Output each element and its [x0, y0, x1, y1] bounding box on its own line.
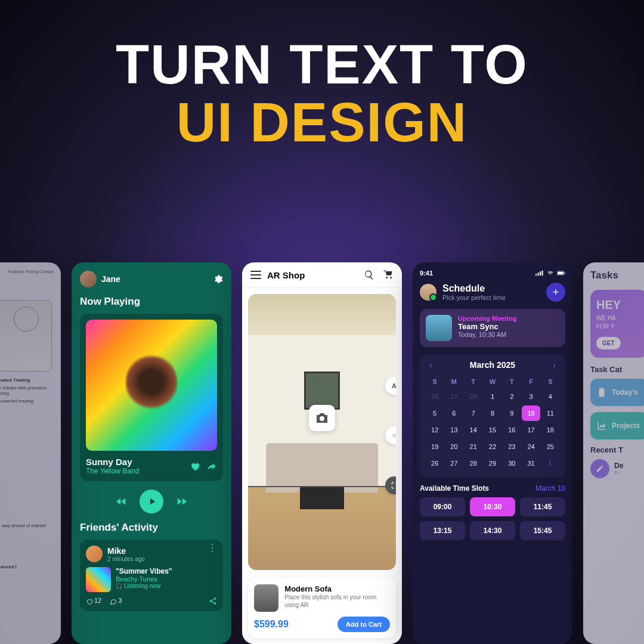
time-slot[interactable]: 10:30	[470, 497, 515, 516]
calendar-day[interactable]: 28	[465, 456, 482, 471]
cart-icon[interactable]	[383, 270, 394, 280]
calendar-day[interactable]: 1	[541, 456, 559, 471]
recent-task-item[interactable]: De Pr	[590, 459, 644, 478]
clipboard-icon	[596, 387, 607, 398]
status-time: 9:41	[420, 270, 433, 277]
promo-cta-button[interactable]: GET	[596, 337, 621, 349]
chart-icon	[596, 420, 607, 431]
calendar-day[interactable]: 26	[426, 456, 444, 471]
time-slot[interactable]: 09:00	[420, 497, 465, 516]
calendar-day[interactable]: 15	[484, 422, 501, 438]
calendar-day[interactable]: 31	[522, 456, 540, 471]
gear-icon[interactable]	[212, 274, 223, 284]
calendar-day[interactable]: 25	[541, 439, 559, 454]
menu-icon[interactable]	[250, 271, 261, 279]
wall-picture	[304, 371, 340, 410]
meeting-datetime: Today, 10:30 AM	[458, 331, 516, 338]
calendar-day[interactable]: 7	[465, 405, 482, 421]
calendar-day[interactable]: 20	[445, 439, 463, 454]
calendar-day[interactable]: 2	[503, 389, 521, 404]
friend-activity-card[interactable]: Mike 2 minutes ago ⋮ "Summer Vibes" Beac…	[80, 540, 223, 611]
category-label: Projects	[612, 422, 640, 430]
web-sub1: ur trades with precision using	[0, 385, 52, 396]
album-art[interactable]	[86, 320, 217, 451]
product-desc: Place this stylish sofa in your room usi…	[284, 593, 390, 609]
comment-count[interactable]: 3	[110, 597, 122, 605]
task-categories-title: Task Cat	[590, 365, 644, 374]
heart-icon[interactable]	[190, 461, 200, 472]
share-icon[interactable]	[206, 461, 217, 472]
calendar-day[interactable]: 10	[522, 405, 540, 421]
calendar-day[interactable]: 16	[503, 422, 521, 438]
web-nav[interactable]: Features Pricing Contact	[0, 267, 56, 276]
calendar-day[interactable]: 3	[522, 389, 540, 404]
calendar-day[interactable]: 18	[541, 422, 559, 438]
calendar-day[interactable]: 30	[503, 456, 521, 471]
add-to-cart-button[interactable]: Add to Cart	[338, 617, 390, 632]
calendar-day[interactable]: 8	[484, 405, 501, 421]
web-sub2: -powered trading	[0, 398, 52, 404]
category-projects[interactable]: Projects	[590, 412, 644, 439]
calendar-day[interactable]: 6	[445, 405, 463, 421]
schedule-avatar[interactable]	[420, 284, 436, 301]
friend-song-title: "Summer Vibes"	[116, 567, 172, 575]
calendar-day[interactable]: 28	[465, 389, 482, 404]
calendar-day[interactable]: 24	[522, 439, 540, 454]
calendar-dow: S	[541, 376, 559, 388]
calendar: ‹ March 2025 › SMTWTFS262728123456789101…	[420, 354, 565, 477]
add-button[interactable]: +	[546, 283, 565, 302]
calendar-day[interactable]: 1	[484, 389, 501, 404]
calendar-day[interactable]: 4	[541, 389, 559, 404]
friend-name: Mike	[107, 546, 145, 556]
calendar-day[interactable]: 27	[445, 389, 463, 404]
user-avatar[interactable]	[80, 271, 97, 287]
friend-status: Listening now	[116, 583, 172, 589]
prev-month-button[interactable]: ‹	[426, 360, 436, 370]
table-model	[300, 487, 344, 509]
friend-avatar[interactable]	[86, 546, 103, 562]
robot-illustration	[0, 300, 52, 371]
recent-task-title: De	[614, 462, 623, 470]
play-button[interactable]	[140, 490, 163, 513]
time-slot[interactable]: 15:45	[520, 521, 565, 540]
now-playing-title: Now Playing	[80, 296, 223, 308]
calendar-day[interactable]: 27	[445, 456, 463, 471]
forward-icon[interactable]	[175, 495, 188, 508]
time-slots: Available Time Slots March 10 09:0010:30…	[420, 484, 565, 540]
time-slot[interactable]: 13:15	[420, 521, 465, 540]
category-todays[interactable]: Today's	[590, 379, 644, 406]
calendar-day[interactable]: 21	[465, 439, 482, 454]
calendar-day[interactable]: 23	[503, 439, 521, 454]
calendar-day[interactable]: 14	[465, 422, 482, 438]
calendar-day[interactable]: 11	[541, 405, 559, 421]
like-count[interactable]: 12	[86, 597, 101, 605]
user-name: Jane	[101, 274, 120, 284]
ar-camera-view[interactable]: A ○ ⛶	[248, 294, 396, 570]
wifi-icon	[546, 270, 555, 276]
promo-card[interactable]: HEY WE HAFOR Y GET	[590, 290, 644, 358]
camera-button[interactable]	[309, 405, 335, 431]
share-alt-icon[interactable]	[209, 597, 217, 605]
calendar-day[interactable]: 29	[484, 456, 501, 471]
calendar-day[interactable]: 19	[426, 439, 444, 454]
calendar-day[interactable]: 9	[503, 405, 521, 421]
hero-line2: UI DESIGN	[177, 92, 467, 153]
calendar-month: March 2025	[470, 360, 515, 370]
calendar-day[interactable]: 26	[426, 389, 444, 404]
more-icon[interactable]: ⋮	[208, 546, 217, 550]
upcoming-meeting-card[interactable]: Upcoming Meeting Team Sync Today, 10:30 …	[420, 309, 565, 347]
rewind-icon[interactable]	[114, 495, 128, 508]
time-slot[interactable]: 14:30	[470, 521, 515, 540]
product-card: Modern Sofa Place this stylish sofa in y…	[248, 578, 396, 638]
schedule-subtitle: Pick your perfect time	[442, 294, 506, 301]
calendar-dow: F	[522, 376, 540, 388]
calendar-day[interactable]: 13	[445, 422, 463, 438]
calendar-day[interactable]: 17	[522, 422, 540, 438]
next-month-button[interactable]: ›	[549, 360, 559, 370]
calendar-day[interactable]: 12	[426, 422, 444, 438]
calendar-day[interactable]: 5	[426, 405, 444, 421]
song-artist: The Yellow Band	[86, 467, 139, 475]
time-slot[interactable]: 11:45	[520, 497, 565, 516]
search-icon[interactable]	[364, 270, 374, 280]
calendar-day[interactable]: 22	[484, 439, 501, 454]
